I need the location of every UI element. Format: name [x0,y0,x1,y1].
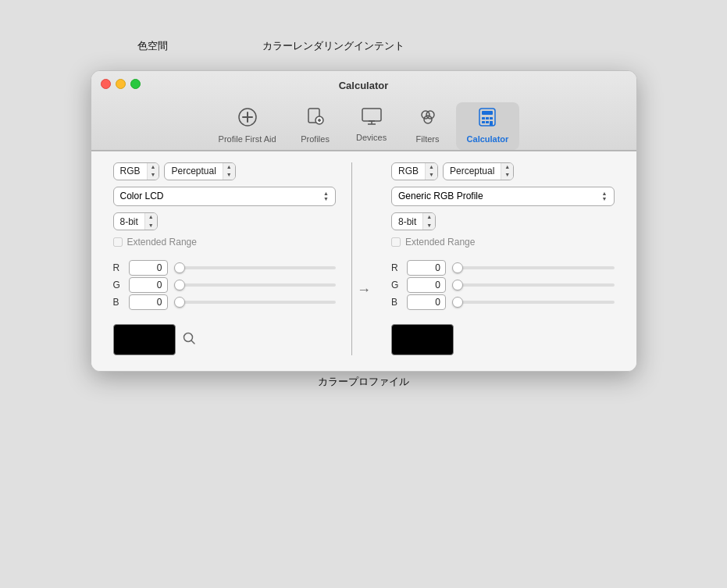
right-extended-range-label: Extended Range [405,237,475,248]
right-r-input[interactable] [407,260,446,276]
right-color-space-select[interactable]: RGB ▲ ▼ [391,162,438,180]
toolbar-label-profiles: Profiles [301,134,330,144]
svg-rect-17 [486,117,489,119]
convert-arrow: → [352,162,376,355]
left-b-label: B [113,297,123,308]
left-extended-range-label: Extended Range [127,237,197,248]
right-color-swatch [391,324,454,355]
right-rendering-intent-arrows: ▲ ▼ [501,163,513,180]
right-b-row: B [391,294,615,310]
left-bit-depth-select[interactable]: 8-bit ▲ ▼ [113,212,158,230]
arr-down3: ▼ [323,196,329,202]
svg-rect-20 [486,121,489,123]
toolbar-label-profile-first-aid: Profile First Aid [219,134,276,144]
left-color-swatch [113,324,176,355]
right-g-input[interactable] [407,277,446,293]
panels: RGB ▲ ▼ Perceptual ▲ ▼ [104,162,624,355]
left-sliders: R G B [113,258,337,312]
toolbar-item-devices[interactable]: Devices [344,102,400,150]
app-window: Calculator Profile First Aid [91,70,637,372]
left-top-controls: RGB ▲ ▼ Perceptual ▲ ▼ [113,162,337,180]
left-b-slider[interactable] [174,301,337,304]
search-icon-button[interactable] [182,331,196,348]
arr-down4: ▼ [145,222,157,230]
arr-up7: ▲ [602,191,608,197]
right-profile-value: Generic RGB Profile [398,191,483,201]
right-g-row: G [391,277,615,293]
arr-up4: ▲ [145,213,157,221]
right-b-label: B [391,297,401,308]
down-arrow: ▼ [148,171,159,179]
annotation-color-profile: カラープロファイル [318,375,409,389]
svg-rect-19 [482,121,485,123]
left-b-row: B [113,294,337,310]
right-b-input[interactable] [407,294,446,310]
left-g-slider[interactable] [174,283,337,287]
right-r-row: R [391,260,615,276]
arr-down8: ▼ [423,222,435,230]
arr-up3: ▲ [323,191,329,197]
up-arrow2: ▲ [223,163,235,171]
toolbar-item-profiles[interactable]: Profiles [287,102,344,150]
left-extended-range-row: Extended Range [113,237,337,248]
left-bit-depth-value: 8-bit [114,214,144,230]
left-rendering-intent-arrows: ▲ ▼ [223,163,235,180]
right-bit-depth-value: 8-bit [392,214,422,230]
left-rendering-intent-value: Perceptual [165,163,222,179]
arr-down7: ▼ [602,196,608,202]
profile-first-aid-icon [237,107,258,132]
svg-point-12 [426,111,434,119]
right-color-preview-row [391,324,615,355]
toolbar-label-devices: Devices [356,133,387,142]
arr-up8: ▲ [423,213,435,221]
toolbar-item-calculator[interactable]: Calculator [456,102,520,150]
left-g-input[interactable] [129,277,168,293]
svg-rect-7 [362,109,381,121]
annotation-color-space: 色空間 [137,39,168,53]
svg-rect-18 [490,117,493,119]
right-profile-dropdown[interactable]: Generic RGB Profile ▲ ▼ [391,187,615,206]
left-bit-depth-arrows: ▲ ▼ [144,213,157,230]
right-r-label: R [391,262,401,273]
left-color-space-value: RGB [114,163,147,179]
right-extended-range-checkbox[interactable] [391,237,401,247]
right-bit-depth-arrows: ▲ ▼ [422,213,435,230]
left-extended-range-checkbox[interactable] [113,237,123,247]
left-profile-arrows: ▲ ▼ [323,191,329,202]
left-r-slider[interactable] [174,266,337,269]
arr-down5: ▼ [426,171,437,179]
left-profile-dropdown[interactable]: Color LCD ▲ ▼ [113,187,337,206]
titlebar: Calculator Profile First Aid [91,71,636,151]
left-rendering-intent-select[interactable]: Perceptual ▲ ▼ [164,162,235,180]
profiles-icon [306,107,325,132]
arr-up5: ▲ [426,163,437,171]
toolbar-item-profile-first-aid[interactable]: Profile First Aid [208,102,287,150]
svg-rect-15 [482,111,493,115]
right-g-label: G [391,280,401,290]
svg-rect-16 [482,117,485,119]
right-rendering-intent-select[interactable]: Perceptual ▲ ▼ [443,162,514,180]
left-r-input[interactable] [129,260,168,276]
devices-icon [361,107,383,130]
left-b-input[interactable] [129,294,168,310]
main-content: RGB ▲ ▼ Perceptual ▲ ▼ [91,151,636,371]
left-color-preview-row [113,324,337,355]
toolbar-item-filters[interactable]: Filters [400,102,456,150]
right-sliders: R G B [391,258,615,312]
arr-down6: ▼ [501,171,513,179]
right-color-space-value: RGB [392,163,425,179]
right-bit-depth-select[interactable]: 8-bit ▲ ▼ [391,212,436,230]
down-arrow2: ▼ [223,171,235,179]
svg-rect-21 [490,121,493,126]
left-g-row: G [113,277,337,293]
right-r-slider[interactable] [452,266,615,269]
left-r-row: R [113,260,337,276]
left-g-label: G [113,280,123,290]
left-profile-value: Color LCD [120,191,164,201]
left-color-space-select[interactable]: RGB ▲ ▼ [113,162,160,180]
left-r-label: R [113,262,123,273]
right-g-slider[interactable] [452,283,615,287]
right-b-slider[interactable] [452,301,615,304]
toolbar-label-calculator: Calculator [467,134,509,144]
svg-line-23 [191,340,194,344]
